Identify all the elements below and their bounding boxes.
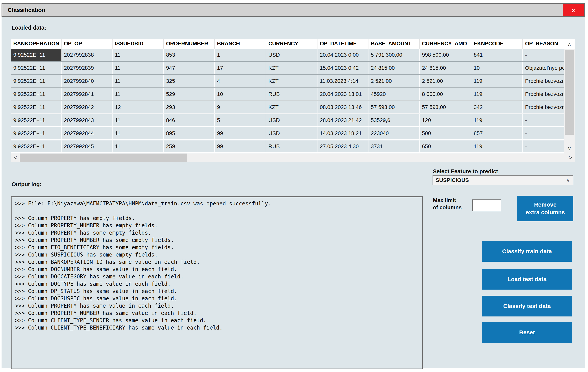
cell[interactable]: 10: [471, 62, 523, 75]
cell[interactable]: 99: [215, 141, 266, 153]
cell[interactable]: 45920: [368, 88, 420, 101]
cell[interactable]: 99: [215, 127, 266, 141]
column-header-op-datetime[interactable]: OP_DATETIME: [317, 39, 368, 49]
cell[interactable]: 119: [471, 88, 523, 101]
cell[interactable]: 947: [164, 62, 215, 75]
cell[interactable]: 20.04.2023 0:00: [317, 49, 368, 62]
cell[interactable]: 24 815,00: [368, 62, 420, 75]
cell[interactable]: 119: [471, 141, 523, 153]
cell[interactable]: 11: [113, 114, 164, 127]
scroll-left-button[interactable]: <: [11, 153, 20, 162]
column-header-op-op[interactable]: OP_OP: [62, 39, 113, 49]
cell[interactable]: 2027992844: [62, 127, 113, 141]
scroll-up-button[interactable]: ∧: [564, 39, 575, 49]
cell[interactable]: 2027992838: [62, 49, 113, 62]
table-row[interactable]: 9,92522E+1120279928391194717KZT15.04.202…: [11, 62, 564, 75]
cell[interactable]: 342: [471, 101, 523, 114]
cell[interactable]: 9,92522E+11: [11, 88, 62, 101]
column-header-currency-amo[interactable]: CURRENCY_AMO: [420, 39, 471, 49]
cell[interactable]: 1: [215, 49, 266, 62]
cell[interactable]: 9: [215, 101, 266, 114]
max-limit-input[interactable]: [472, 200, 501, 211]
cell[interactable]: 998 500,00: [420, 49, 471, 62]
cell[interactable]: KZT: [266, 75, 317, 88]
cell[interactable]: KZT: [266, 101, 317, 114]
cell[interactable]: 27.05.2023 4:30: [317, 141, 368, 153]
scroll-down-button[interactable]: ∨: [564, 143, 575, 153]
table-row[interactable]: 9,92522E+1120279928411152910RUB20.04.202…: [11, 88, 564, 101]
column-header-branch[interactable]: BRANCH: [215, 39, 266, 49]
cell[interactable]: 259: [164, 141, 215, 153]
cell[interactable]: 5: [215, 114, 266, 127]
classify-train-data-button[interactable]: Classify train data: [482, 241, 572, 262]
table-row[interactable]: 9,92522E+112027992842122939KZT08.03.2023…: [11, 101, 564, 114]
data-grid[interactable]: BANKOPERATIONOP_OPISSUEDBIDORDERNUMBERBR…: [11, 39, 575, 153]
cell[interactable]: 325: [164, 75, 215, 88]
horizontal-scrollbar[interactable]: < >: [11, 153, 575, 162]
cell[interactable]: USD: [266, 114, 317, 127]
cell[interactable]: 3731: [368, 141, 420, 153]
cell[interactable]: 2027992842: [62, 101, 113, 114]
titlebar[interactable]: Classification x: [1, 3, 585, 17]
cell[interactable]: Objazatel'nye pe: [523, 62, 564, 75]
vscroll-track[interactable]: [564, 49, 575, 143]
cell[interactable]: 293: [164, 101, 215, 114]
cell[interactable]: 11: [113, 141, 164, 153]
vertical-scrollbar[interactable]: ∧ ∨: [564, 39, 575, 153]
cell[interactable]: 15.04.2023 0:42: [317, 62, 368, 75]
cell[interactable]: 5 791 300,00: [368, 49, 420, 62]
cell[interactable]: 28.04.2023 21:42: [317, 114, 368, 127]
cell[interactable]: 2 521,00: [368, 75, 420, 88]
reset-button[interactable]: Reset: [482, 322, 572, 343]
cell[interactable]: 11.03.2023 4:14: [317, 75, 368, 88]
cell[interactable]: 9,92522E+11: [11, 114, 62, 127]
cell[interactable]: 223040: [368, 127, 420, 141]
cell[interactable]: 2027992840: [62, 75, 113, 88]
cell[interactable]: 14.03.2023 18:21: [317, 127, 368, 141]
cell[interactable]: 4: [215, 75, 266, 88]
cell[interactable]: 650: [420, 141, 471, 153]
cell[interactable]: 11: [113, 62, 164, 75]
cell[interactable]: 9,92522E+11: [11, 101, 62, 114]
cell[interactable]: 846: [164, 114, 215, 127]
close-button[interactable]: x: [563, 4, 584, 16]
cell[interactable]: 529: [164, 88, 215, 101]
cell[interactable]: 9,92522E+11: [11, 141, 62, 153]
cell[interactable]: 500: [420, 127, 471, 141]
output-log[interactable]: >>> File: E:\Niyazawa\МАГИСТРАТУРА\НИРМ\…: [11, 196, 423, 369]
table-row[interactable]: 9,92522E+1120279928441189599USD14.03.202…: [11, 127, 564, 141]
cell[interactable]: 53529,6: [368, 114, 420, 127]
cell[interactable]: 24 815,00: [420, 62, 471, 75]
cell[interactable]: USD: [266, 127, 317, 141]
cell[interactable]: 119: [471, 114, 523, 127]
cell[interactable]: KZT: [266, 62, 317, 75]
column-header-base-amount[interactable]: BASE_AMOUNT: [368, 39, 420, 49]
classify-test-data-button[interactable]: Classify test data: [482, 296, 572, 316]
column-header-bankoperation[interactable]: BANKOPERATION: [11, 39, 62, 49]
hscroll-thumb[interactable]: [20, 153, 187, 162]
cell[interactable]: 12: [113, 101, 164, 114]
column-header-eknpcode[interactable]: EKNPCODE: [471, 39, 523, 49]
cell[interactable]: -: [523, 114, 564, 127]
cell[interactable]: 11: [113, 49, 164, 62]
feature-select-dropdown[interactable]: SUSPICIOUS ∨: [432, 175, 573, 185]
column-header-op-reason[interactable]: OP_REASON: [523, 39, 564, 49]
cell[interactable]: 9,92522E+11: [11, 75, 62, 88]
scroll-right-button[interactable]: >: [566, 153, 575, 162]
load-test-data-button[interactable]: Load test data: [482, 269, 572, 290]
cell[interactable]: -: [523, 49, 564, 62]
cell[interactable]: 119: [471, 75, 523, 88]
cell[interactable]: 11: [113, 88, 164, 101]
cell[interactable]: 120: [420, 114, 471, 127]
cell[interactable]: 9,92522E+11: [11, 127, 62, 141]
cell[interactable]: 57 593,00: [420, 101, 471, 114]
cell[interactable]: RUB: [266, 141, 317, 153]
column-header-issuedbid[interactable]: ISSUEDBID: [113, 39, 164, 49]
cell[interactable]: 895: [164, 127, 215, 141]
cell[interactable]: 08.03.2023 13:46: [317, 101, 368, 114]
cell[interactable]: 11: [113, 75, 164, 88]
vscroll-thumb[interactable]: [565, 50, 574, 135]
cell[interactable]: 2027992839: [62, 62, 113, 75]
cell[interactable]: Prochie bezvozm: [523, 88, 564, 101]
cell[interactable]: 853: [164, 49, 215, 62]
